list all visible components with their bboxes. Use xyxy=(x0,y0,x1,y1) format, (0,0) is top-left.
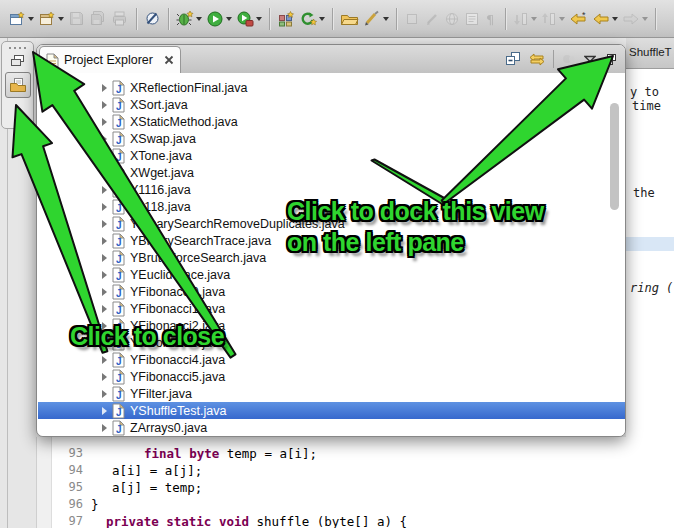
main-toolbar: ¶* xyxy=(0,0,674,38)
skip-all-breakpoints-icon[interactable] xyxy=(142,7,163,31)
expand-arrow-icon[interactable] xyxy=(102,288,107,296)
expand-arrow-icon[interactable] xyxy=(102,356,107,364)
svg-text:J: J xyxy=(116,83,122,94)
tree-item-y1118[interactable]: JY1118.java xyxy=(38,198,625,215)
editor-tab-label[interactable]: ShuffleT xyxy=(629,46,672,58)
expand-arrow-icon[interactable] xyxy=(102,203,107,211)
view-menu-icon[interactable] xyxy=(584,55,596,63)
svg-text:J: J xyxy=(116,406,122,417)
expand-arrow-icon[interactable] xyxy=(102,305,107,313)
svg-text:J: J xyxy=(116,372,122,383)
dropdown-caret-icon[interactable] xyxy=(319,17,325,21)
format-brush-icon[interactable] xyxy=(361,7,391,31)
new-java-element-icon[interactable] xyxy=(36,7,66,31)
java-file-icon: J xyxy=(112,97,125,113)
expand-arrow-icon[interactable] xyxy=(102,186,107,194)
new-java-working-set-icon[interactable] xyxy=(275,7,297,31)
tree-item-yfibonacci5[interactable]: JYFibonacci5.java xyxy=(38,368,625,385)
tree-item-yfibonacci1[interactable]: JYFibonacci1.java xyxy=(38,300,625,317)
dropdown-caret-icon[interactable] xyxy=(58,17,64,21)
tree-item-yfibonacci4[interactable]: JYFibonacci4.java xyxy=(38,351,625,368)
project-explorer-tab[interactable]: Project Explorer xyxy=(39,46,181,73)
expand-arrow-icon[interactable] xyxy=(102,271,107,279)
current-line-highlight xyxy=(626,237,674,251)
tree-item-label: YEuclidTrace.java xyxy=(130,268,230,282)
tree-item-label: YFibonacci0.java xyxy=(130,285,225,299)
dropdown-caret-icon[interactable] xyxy=(383,17,389,21)
tree-item-yfibonacci2[interactable]: JYFibonacci2.java xyxy=(38,317,625,334)
dropdown-caret-icon[interactable] xyxy=(226,17,232,21)
external-tools-icon[interactable] xyxy=(234,7,264,31)
tree-item-xstaticmethod[interactable]: JXStaticMethod.java xyxy=(38,113,625,130)
debug-icon[interactable] xyxy=(174,7,204,31)
svg-text:J: J xyxy=(116,321,122,332)
tree-item-ybinarysearchtrace[interactable]: JYBinarySearchTrace.java xyxy=(38,232,625,249)
java-file-icon: J xyxy=(112,352,125,368)
link-with-editor-icon[interactable] xyxy=(528,52,546,67)
expand-arrow-icon[interactable] xyxy=(102,237,107,245)
tree-item-zarrays0[interactable]: JZArrays0.java xyxy=(38,419,625,436)
dropdown-caret-icon[interactable] xyxy=(559,17,565,21)
expand-arrow-icon[interactable] xyxy=(102,135,107,143)
new-wizard-icon[interactable] xyxy=(6,7,36,31)
tree-item-label: XReflectionFinal.java xyxy=(130,81,247,95)
tree-item-yfibonacci3[interactable]: JYFibonacci3.java xyxy=(38,334,625,351)
expand-arrow-icon[interactable] xyxy=(102,101,107,109)
dropdown-caret-icon[interactable] xyxy=(28,17,34,21)
tree-item-xwget[interactable]: JXWget.java xyxy=(38,164,625,181)
restore-icon[interactable] xyxy=(603,53,617,66)
toolbar-separator xyxy=(168,8,169,30)
tree-scrollbar[interactable] xyxy=(610,103,619,210)
expand-arrow-icon[interactable] xyxy=(102,169,107,177)
tree-item-ybinarysearchremoveduplicates[interactable]: JYBinarySearchRemoveDuplicates.java xyxy=(38,215,625,232)
project-explorer-floating-view: Project Explorer xyxy=(36,44,626,437)
java-file-icon: J xyxy=(112,114,125,130)
expand-arrow-icon[interactable] xyxy=(102,339,107,347)
tree-item-y1116[interactable]: JY1116.java xyxy=(38,181,625,198)
project-explorer-icon[interactable] xyxy=(5,72,31,98)
run-icon[interactable] xyxy=(204,7,234,31)
tree-item-xtone[interactable]: JXTone.java xyxy=(38,147,625,164)
drag-dots-icon[interactable] xyxy=(2,47,33,49)
eclipse-window: ¶* ShuffleT y to time the ring ( xyxy=(0,0,674,528)
back-icon[interactable] xyxy=(590,7,620,31)
dropdown-caret-icon[interactable] xyxy=(612,17,618,21)
dropdown-caret-icon[interactable] xyxy=(196,17,202,21)
close-icon[interactable] xyxy=(164,55,174,65)
view-header[interactable]: Project Explorer xyxy=(37,45,625,74)
svg-text:J: J xyxy=(116,287,122,298)
tree-item-label: Y1118.java xyxy=(130,200,191,214)
update-project-icon[interactable] xyxy=(297,7,327,31)
expand-arrow-icon[interactable] xyxy=(102,84,107,92)
tree-item-xswap[interactable]: JXSwap.java xyxy=(38,130,625,147)
expand-arrow-icon[interactable] xyxy=(102,254,107,262)
restore-view-icon[interactable] xyxy=(2,54,33,67)
expand-arrow-icon[interactable] xyxy=(102,152,107,160)
expand-arrow-icon[interactable] xyxy=(102,390,107,398)
expand-arrow-icon[interactable] xyxy=(102,322,107,330)
expand-arrow-icon[interactable] xyxy=(102,424,107,432)
java-file-icon: J xyxy=(112,250,125,266)
open-folder-icon[interactable] xyxy=(338,7,361,31)
code-line: a[j] = temp; xyxy=(91,479,674,496)
tree-item-yshuffletest[interactable]: JYShuffleTest.java xyxy=(38,402,625,419)
dropdown-caret-icon[interactable] xyxy=(531,17,537,21)
collapse-all-icon[interactable] xyxy=(505,51,521,67)
annotation-ruler[interactable] xyxy=(37,437,52,528)
expand-arrow-icon[interactable] xyxy=(102,118,107,126)
tree-item-ybruteforcesearch[interactable]: JYBruteForceSearch.java xyxy=(38,249,625,266)
expand-arrow-icon[interactable] xyxy=(102,407,107,415)
tree-item-yfibonacci0[interactable]: JYFibonacci0.java xyxy=(38,283,625,300)
project-explorer-tree: JXReflectionFinal.javaJXSort.javaJXStati… xyxy=(38,73,625,436)
dropdown-caret-icon[interactable] xyxy=(256,17,262,21)
java-editor[interactable]: 9394959697 final byte temp = a[i];a[i] =… xyxy=(36,437,674,528)
tree-item-yfilter[interactable]: JYFilter.java xyxy=(38,385,625,402)
expand-arrow-icon[interactable] xyxy=(102,373,107,381)
tree-item-xsort[interactable]: JXSort.java xyxy=(38,96,625,113)
show-whitespace-icon: ¶ xyxy=(482,7,500,31)
expand-arrow-icon[interactable] xyxy=(102,220,107,228)
last-edit-location-icon[interactable]: * xyxy=(567,7,590,31)
tree-item-xreflectionfinal[interactable]: JXReflectionFinal.java xyxy=(38,79,625,96)
dropdown-caret-icon[interactable] xyxy=(642,17,648,21)
tree-item-yeuclidtrace[interactable]: JYEuclidTrace.java xyxy=(38,266,625,283)
